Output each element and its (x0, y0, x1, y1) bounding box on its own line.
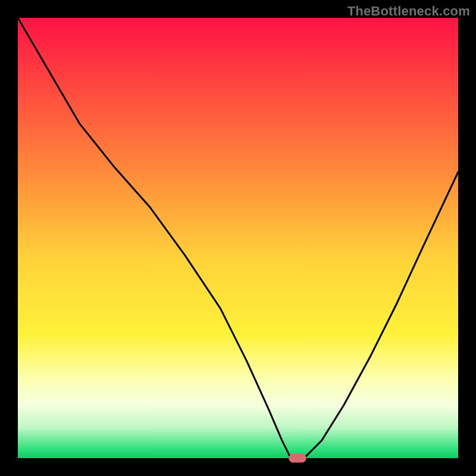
optimal-marker (289, 454, 306, 463)
plot-background (18, 18, 458, 458)
chart-stage: TheBottleneck.com (0, 0, 476, 476)
bottleneck-chart (0, 0, 476, 476)
